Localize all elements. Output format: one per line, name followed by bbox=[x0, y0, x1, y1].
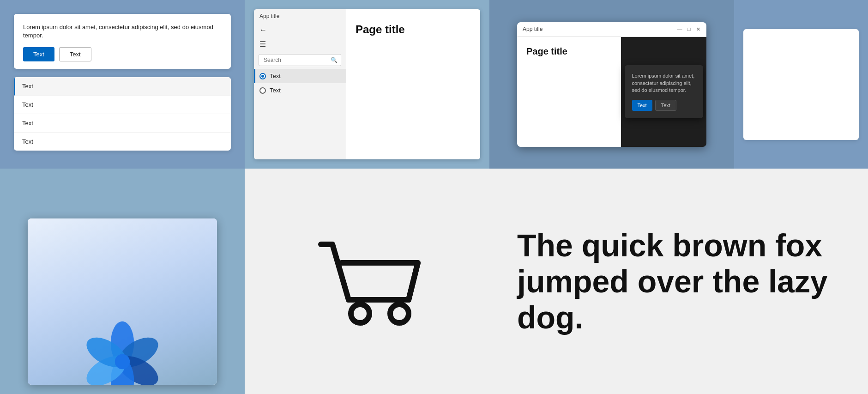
white-panel bbox=[743, 29, 859, 140]
split-dark-side: Lorem ipsum dolor sit amet, consectetur … bbox=[621, 37, 706, 147]
dialog-body-text: Lorem ipsum dolor sit amet, consectetur … bbox=[23, 23, 222, 40]
window-titlebar: App title — □ ✕ bbox=[517, 22, 706, 37]
minimize-button[interactable]: — bbox=[677, 26, 682, 32]
modal-buttons: Text Text bbox=[632, 100, 696, 111]
modal-primary-button[interactable]: Text bbox=[632, 100, 652, 111]
cell-dialog-list: Lorem ipsum dolor sit amet, consectetur … bbox=[0, 0, 245, 169]
modal-box: Lorem ipsum dolor sit amet, consectetur … bbox=[625, 65, 703, 118]
page-title: Page title bbox=[356, 23, 471, 36]
bottom-row: The quick brown fox jumped over the lazy… bbox=[0, 169, 868, 394]
edge-logo-icon bbox=[81, 320, 164, 385]
search-input[interactable] bbox=[259, 54, 341, 66]
back-button[interactable]: ← bbox=[254, 23, 346, 37]
modal-overlay: Lorem ipsum dolor sit amet, consectetur … bbox=[621, 37, 706, 147]
cell-app-window: App title ← ☰ 🔍 Text Text bbox=[245, 0, 489, 169]
nav-items-list: Text Text bbox=[254, 69, 346, 159]
svg-point-7 bbox=[351, 304, 369, 323]
list-item-0[interactable]: Text bbox=[14, 77, 231, 96]
content-area: Page title bbox=[346, 9, 480, 159]
dialog-box: Lorem ipsum dolor sit amet, consectetur … bbox=[14, 14, 231, 69]
split-light-side: Page title bbox=[517, 37, 621, 147]
maximize-button[interactable]: □ bbox=[686, 26, 692, 32]
nav-item-1[interactable]: Text bbox=[254, 83, 346, 97]
window-controls: — □ ✕ bbox=[677, 26, 701, 32]
list-box: Text Text Text Text bbox=[14, 77, 231, 151]
radio-1 bbox=[259, 87, 266, 94]
svg-point-6 bbox=[115, 354, 130, 369]
cell-split-window: App title — □ ✕ Page title Lorem ipsum d… bbox=[489, 0, 734, 169]
search-container: 🔍 bbox=[259, 54, 341, 66]
radio-0 bbox=[259, 73, 266, 79]
app-title: App title bbox=[254, 9, 346, 23]
split-body: Page title Lorem ipsum dolor sit amet, c… bbox=[517, 37, 706, 147]
split-page-title: Page title bbox=[526, 46, 567, 57]
modal-secondary-button[interactable]: Text bbox=[655, 100, 676, 111]
dialog-secondary-button[interactable]: Text bbox=[59, 47, 91, 61]
cell-white-panel bbox=[734, 0, 868, 169]
list-item-1[interactable]: Text bbox=[14, 96, 231, 114]
split-window: App title — □ ✕ Page title Lorem ipsum d… bbox=[517, 22, 706, 147]
list-item-2[interactable]: Text bbox=[14, 114, 231, 133]
modal-body-text: Lorem ipsum dolor sit amet, consectetur … bbox=[632, 73, 696, 94]
search-icon: 🔍 bbox=[331, 57, 338, 63]
hamburger-icon[interactable]: ☰ bbox=[254, 37, 346, 51]
window-title: App title bbox=[523, 26, 542, 32]
big-text-display: The quick brown fox jumped over the lazy… bbox=[517, 227, 840, 336]
dialog-buttons: Text Text bbox=[23, 47, 222, 61]
browser-content bbox=[28, 218, 217, 385]
nav-pane: App title ← ☰ 🔍 Text Text bbox=[254, 9, 346, 159]
browser-mockup bbox=[28, 218, 217, 385]
close-button[interactable]: ✕ bbox=[695, 26, 701, 32]
cell-cart bbox=[245, 169, 489, 394]
svg-point-8 bbox=[390, 304, 409, 323]
list-item-3[interactable]: Text bbox=[14, 133, 231, 151]
dialog-primary-button[interactable]: Text bbox=[23, 47, 54, 61]
main-grid: Lorem ipsum dolor sit amet, consectetur … bbox=[0, 0, 868, 394]
cart-icon bbox=[307, 221, 427, 341]
app-window: App title ← ☰ 🔍 Text Text bbox=[254, 9, 480, 159]
nav-item-0[interactable]: Text bbox=[254, 69, 346, 83]
cell-text-display: The quick brown fox jumped over the lazy… bbox=[489, 169, 868, 394]
cell-browser bbox=[0, 169, 245, 394]
